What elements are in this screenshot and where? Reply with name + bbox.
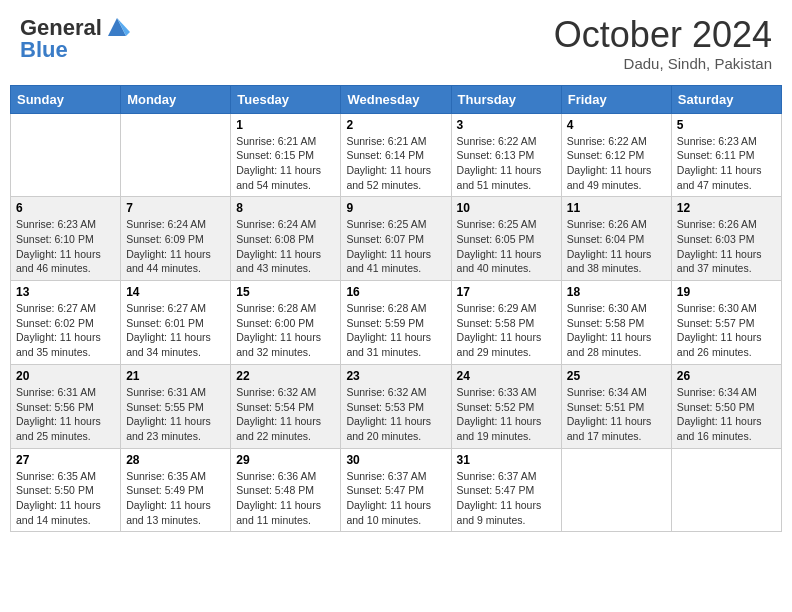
calendar-cell [11, 113, 121, 197]
day-number: 26 [677, 369, 776, 383]
calendar-cell: 1Sunrise: 6:21 AM Sunset: 6:15 PM Daylig… [231, 113, 341, 197]
day-number: 15 [236, 285, 335, 299]
cell-info: Sunrise: 6:37 AM Sunset: 5:47 PM Dayligh… [346, 469, 445, 528]
calendar-cell: 9Sunrise: 6:25 AM Sunset: 6:07 PM Daylig… [341, 197, 451, 281]
cell-info: Sunrise: 6:34 AM Sunset: 5:50 PM Dayligh… [677, 385, 776, 444]
day-number: 6 [16, 201, 115, 215]
calendar-week-row: 1Sunrise: 6:21 AM Sunset: 6:15 PM Daylig… [11, 113, 782, 197]
calendar-week-row: 13Sunrise: 6:27 AM Sunset: 6:02 PM Dayli… [11, 281, 782, 365]
cell-info: Sunrise: 6:36 AM Sunset: 5:48 PM Dayligh… [236, 469, 335, 528]
cell-info: Sunrise: 6:21 AM Sunset: 6:14 PM Dayligh… [346, 134, 445, 193]
calendar-cell: 26Sunrise: 6:34 AM Sunset: 5:50 PM Dayli… [671, 364, 781, 448]
cell-info: Sunrise: 6:22 AM Sunset: 6:12 PM Dayligh… [567, 134, 666, 193]
calendar-cell: 25Sunrise: 6:34 AM Sunset: 5:51 PM Dayli… [561, 364, 671, 448]
day-number: 30 [346, 453, 445, 467]
day-number: 11 [567, 201, 666, 215]
day-number: 21 [126, 369, 225, 383]
day-number: 7 [126, 201, 225, 215]
calendar-cell [671, 448, 781, 532]
calendar-cell: 28Sunrise: 6:35 AM Sunset: 5:49 PM Dayli… [121, 448, 231, 532]
day-number: 1 [236, 118, 335, 132]
cell-info: Sunrise: 6:24 AM Sunset: 6:09 PM Dayligh… [126, 217, 225, 276]
cell-info: Sunrise: 6:25 AM Sunset: 6:05 PM Dayligh… [457, 217, 556, 276]
logo-icon [104, 14, 130, 40]
calendar-cell: 31Sunrise: 6:37 AM Sunset: 5:47 PM Dayli… [451, 448, 561, 532]
calendar-cell: 7Sunrise: 6:24 AM Sunset: 6:09 PM Daylig… [121, 197, 231, 281]
calendar-cell: 19Sunrise: 6:30 AM Sunset: 5:57 PM Dayli… [671, 281, 781, 365]
day-number: 23 [346, 369, 445, 383]
cell-info: Sunrise: 6:26 AM Sunset: 6:03 PM Dayligh… [677, 217, 776, 276]
weekday-header-monday: Monday [121, 85, 231, 113]
cell-info: Sunrise: 6:31 AM Sunset: 5:56 PM Dayligh… [16, 385, 115, 444]
cell-info: Sunrise: 6:35 AM Sunset: 5:49 PM Dayligh… [126, 469, 225, 528]
cell-info: Sunrise: 6:28 AM Sunset: 5:59 PM Dayligh… [346, 301, 445, 360]
cell-info: Sunrise: 6:33 AM Sunset: 5:52 PM Dayligh… [457, 385, 556, 444]
weekday-header-sunday: Sunday [11, 85, 121, 113]
day-number: 29 [236, 453, 335, 467]
calendar-cell: 22Sunrise: 6:32 AM Sunset: 5:54 PM Dayli… [231, 364, 341, 448]
cell-info: Sunrise: 6:27 AM Sunset: 6:01 PM Dayligh… [126, 301, 225, 360]
weekday-header-saturday: Saturday [671, 85, 781, 113]
weekday-header-friday: Friday [561, 85, 671, 113]
cell-info: Sunrise: 6:35 AM Sunset: 5:50 PM Dayligh… [16, 469, 115, 528]
day-number: 12 [677, 201, 776, 215]
weekday-header-thursday: Thursday [451, 85, 561, 113]
weekday-header-wednesday: Wednesday [341, 85, 451, 113]
calendar-cell: 2Sunrise: 6:21 AM Sunset: 6:14 PM Daylig… [341, 113, 451, 197]
title-block: October 2024 Dadu, Sindh, Pakistan [554, 15, 772, 72]
cell-info: Sunrise: 6:25 AM Sunset: 6:07 PM Dayligh… [346, 217, 445, 276]
calendar-cell: 23Sunrise: 6:32 AM Sunset: 5:53 PM Dayli… [341, 364, 451, 448]
cell-info: Sunrise: 6:32 AM Sunset: 5:54 PM Dayligh… [236, 385, 335, 444]
page-header: General Blue October 2024 Dadu, Sindh, P… [10, 10, 782, 77]
cell-info: Sunrise: 6:28 AM Sunset: 6:00 PM Dayligh… [236, 301, 335, 360]
calendar-cell: 12Sunrise: 6:26 AM Sunset: 6:03 PM Dayli… [671, 197, 781, 281]
day-number: 10 [457, 201, 556, 215]
calendar-cell: 29Sunrise: 6:36 AM Sunset: 5:48 PM Dayli… [231, 448, 341, 532]
calendar-cell: 14Sunrise: 6:27 AM Sunset: 6:01 PM Dayli… [121, 281, 231, 365]
cell-info: Sunrise: 6:23 AM Sunset: 6:10 PM Dayligh… [16, 217, 115, 276]
calendar-cell: 13Sunrise: 6:27 AM Sunset: 6:02 PM Dayli… [11, 281, 121, 365]
cell-info: Sunrise: 6:22 AM Sunset: 6:13 PM Dayligh… [457, 134, 556, 193]
calendar-cell: 27Sunrise: 6:35 AM Sunset: 5:50 PM Dayli… [11, 448, 121, 532]
calendar-cell: 6Sunrise: 6:23 AM Sunset: 6:10 PM Daylig… [11, 197, 121, 281]
calendar-cell: 4Sunrise: 6:22 AM Sunset: 6:12 PM Daylig… [561, 113, 671, 197]
cell-info: Sunrise: 6:32 AM Sunset: 5:53 PM Dayligh… [346, 385, 445, 444]
day-number: 31 [457, 453, 556, 467]
cell-info: Sunrise: 6:21 AM Sunset: 6:15 PM Dayligh… [236, 134, 335, 193]
calendar-week-row: 6Sunrise: 6:23 AM Sunset: 6:10 PM Daylig… [11, 197, 782, 281]
calendar-cell: 21Sunrise: 6:31 AM Sunset: 5:55 PM Dayli… [121, 364, 231, 448]
month-title: October 2024 [554, 15, 772, 55]
calendar-cell: 8Sunrise: 6:24 AM Sunset: 6:08 PM Daylig… [231, 197, 341, 281]
calendar-cell: 15Sunrise: 6:28 AM Sunset: 6:00 PM Dayli… [231, 281, 341, 365]
cell-info: Sunrise: 6:23 AM Sunset: 6:11 PM Dayligh… [677, 134, 776, 193]
day-number: 19 [677, 285, 776, 299]
calendar-cell: 16Sunrise: 6:28 AM Sunset: 5:59 PM Dayli… [341, 281, 451, 365]
calendar-cell: 3Sunrise: 6:22 AM Sunset: 6:13 PM Daylig… [451, 113, 561, 197]
cell-info: Sunrise: 6:34 AM Sunset: 5:51 PM Dayligh… [567, 385, 666, 444]
calendar-cell: 30Sunrise: 6:37 AM Sunset: 5:47 PM Dayli… [341, 448, 451, 532]
day-number: 5 [677, 118, 776, 132]
calendar-week-row: 20Sunrise: 6:31 AM Sunset: 5:56 PM Dayli… [11, 364, 782, 448]
day-number: 24 [457, 369, 556, 383]
calendar-cell [121, 113, 231, 197]
calendar-cell: 24Sunrise: 6:33 AM Sunset: 5:52 PM Dayli… [451, 364, 561, 448]
cell-info: Sunrise: 6:24 AM Sunset: 6:08 PM Dayligh… [236, 217, 335, 276]
day-number: 20 [16, 369, 115, 383]
day-number: 9 [346, 201, 445, 215]
calendar-cell: 5Sunrise: 6:23 AM Sunset: 6:11 PM Daylig… [671, 113, 781, 197]
day-number: 4 [567, 118, 666, 132]
cell-info: Sunrise: 6:37 AM Sunset: 5:47 PM Dayligh… [457, 469, 556, 528]
cell-info: Sunrise: 6:27 AM Sunset: 6:02 PM Dayligh… [16, 301, 115, 360]
calendar-cell: 11Sunrise: 6:26 AM Sunset: 6:04 PM Dayli… [561, 197, 671, 281]
weekday-header-tuesday: Tuesday [231, 85, 341, 113]
calendar-header-row: SundayMondayTuesdayWednesdayThursdayFrid… [11, 85, 782, 113]
calendar-cell [561, 448, 671, 532]
day-number: 22 [236, 369, 335, 383]
calendar-cell: 10Sunrise: 6:25 AM Sunset: 6:05 PM Dayli… [451, 197, 561, 281]
calendar-table: SundayMondayTuesdayWednesdayThursdayFrid… [10, 85, 782, 533]
calendar-cell: 20Sunrise: 6:31 AM Sunset: 5:56 PM Dayli… [11, 364, 121, 448]
day-number: 18 [567, 285, 666, 299]
cell-info: Sunrise: 6:29 AM Sunset: 5:58 PM Dayligh… [457, 301, 556, 360]
calendar-week-row: 27Sunrise: 6:35 AM Sunset: 5:50 PM Dayli… [11, 448, 782, 532]
calendar-cell: 18Sunrise: 6:30 AM Sunset: 5:58 PM Dayli… [561, 281, 671, 365]
